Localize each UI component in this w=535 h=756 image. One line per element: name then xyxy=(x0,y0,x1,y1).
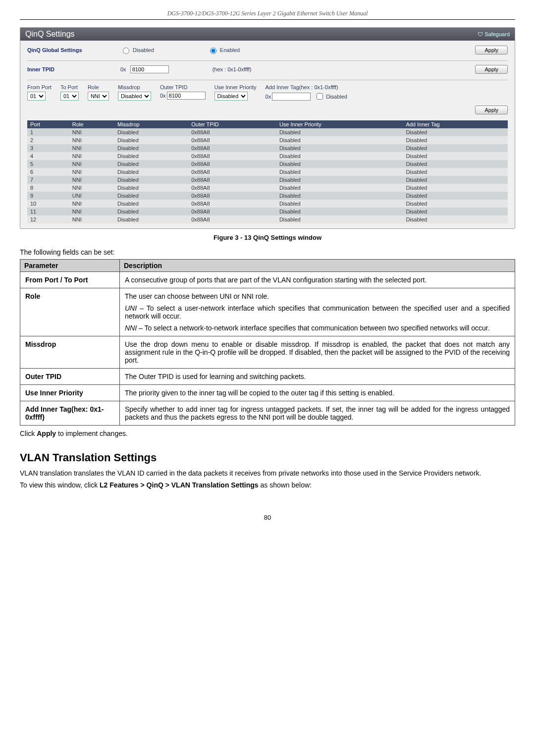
table-row: 5NNIDisabled0x88A8DisabledDisabled xyxy=(27,160,508,168)
table-cell: 0x88A8 xyxy=(188,152,276,160)
global-settings-row: QinQ Global Settings Disabled Enabled Ap… xyxy=(27,46,508,54)
table-cell: 0x88A8 xyxy=(188,136,276,144)
to-port-select[interactable]: 01 xyxy=(60,92,79,101)
k-miss: Missdrop xyxy=(20,336,120,369)
table-cell: Disabled xyxy=(403,176,508,184)
role-nni-key: NNI xyxy=(125,324,137,332)
k-use: Use Inner Priority xyxy=(20,385,120,401)
add-inner-checkbox[interactable] xyxy=(317,93,323,100)
th-parameter: Parameter xyxy=(20,260,120,272)
table-row: 11NNIDisabled0x88A8DisabledDisabled xyxy=(27,208,508,216)
doc-header: DGS-3700-12/DGS-3700-12G Series Layer 2 … xyxy=(20,10,515,17)
inner-tpid-prefix: 0x xyxy=(120,66,126,72)
role-select[interactable]: NNI xyxy=(88,92,109,101)
role-line1: The user can choose between UNI or NNI r… xyxy=(125,292,510,300)
table-cell: Disabled xyxy=(276,160,403,168)
k-role: Role xyxy=(20,288,120,336)
to-port-label: To Port xyxy=(60,84,79,90)
th-description: Description xyxy=(120,260,515,272)
table-cell: Disabled xyxy=(403,128,508,136)
safeguard-label: Safeguard xyxy=(484,31,510,37)
table-cell: 1 xyxy=(27,128,69,136)
use-inner-select[interactable]: Disabled xyxy=(214,92,248,101)
table-cell: 0x88A8 xyxy=(188,128,276,136)
global-settings-label: QinQ Global Settings xyxy=(27,47,87,53)
add-inner-input[interactable] xyxy=(272,93,311,101)
table-cell: Disabled xyxy=(276,176,403,184)
radio-disabled[interactable] xyxy=(123,48,129,54)
table-row: 4NNIDisabled0x88A8DisabledDisabled xyxy=(27,152,508,160)
inner-tpid-input[interactable] xyxy=(130,65,169,73)
v-outer: The Outer TPID is used for learning and … xyxy=(120,369,515,385)
role-uni: UNI – To select a user-network interface… xyxy=(125,304,510,320)
table-cell: Disabled xyxy=(114,144,188,152)
table-cell: NNI xyxy=(69,176,114,184)
row-fromto: From Port / To Port A consecutive group … xyxy=(20,272,515,288)
table-cell: 0x88A8 xyxy=(188,216,276,223)
table-cell: 0x88A8 xyxy=(188,160,276,168)
table-cell: 0x88A8 xyxy=(188,176,276,184)
table-cell: Disabled xyxy=(114,200,188,208)
table-cell: NNI xyxy=(69,184,114,192)
table-row: 2NNIDisabled0x88A8DisabledDisabled xyxy=(27,136,508,144)
v-add: Specify whether to add inner tag for ing… xyxy=(120,401,515,426)
table-cell: Disabled xyxy=(114,192,188,200)
table-cell: Disabled xyxy=(276,200,403,208)
table-cell: 0x88A8 xyxy=(188,184,276,192)
separator-1 xyxy=(27,60,508,61)
role-nni: NNI – To select a network-to-network int… xyxy=(125,324,510,332)
port-config-row: From Port 01 To Port 01 Role NNI Missdro… xyxy=(27,84,508,114)
add-inner-disabled-check[interactable]: Disabled xyxy=(315,92,347,101)
table-cell: Disabled xyxy=(114,128,188,136)
role-uni-key: UNI xyxy=(125,304,137,312)
table-cell: Disabled xyxy=(276,192,403,200)
table-cell: Disabled xyxy=(276,208,403,216)
from-port-select[interactable]: 01 xyxy=(27,92,46,101)
missdrop-select[interactable]: Disabled xyxy=(118,92,151,101)
from-port-col: From Port 01 xyxy=(27,84,52,101)
table-cell: 0x88A8 xyxy=(188,144,276,152)
table-cell: NNI xyxy=(69,160,114,168)
click-apply-bold: Apply xyxy=(37,430,56,437)
apply-port-config-button[interactable]: Apply xyxy=(475,106,508,114)
table-cell: 0x88A8 xyxy=(188,192,276,200)
section-p2-pre: To view this window, click xyxy=(20,481,100,489)
to-port-col: To Port 01 xyxy=(60,84,79,101)
ports-table: Port Role Missdrop Outer TPID Use Inner … xyxy=(27,120,508,223)
global-enabled-radio[interactable]: Enabled xyxy=(208,46,240,54)
table-row: 7NNIDisabled0x88A8DisabledDisabled xyxy=(27,176,508,184)
table-cell: NNI xyxy=(69,168,114,176)
radio-enabled[interactable] xyxy=(210,48,216,54)
panel-body: QinQ Global Settings Disabled Enabled Ap… xyxy=(20,41,515,228)
table-cell: NNI xyxy=(69,208,114,216)
table-cell: 2 xyxy=(27,136,69,144)
apply-tpid-button[interactable]: Apply xyxy=(475,65,508,74)
th-add: Add Inner Tag xyxy=(403,120,508,128)
click-apply-post: to implement changes. xyxy=(56,430,128,437)
section-heading: VLAN Translation Settings xyxy=(20,451,515,464)
table-row: 12NNIDisabled0x88A8DisabledDisabled xyxy=(27,216,508,223)
row-miss: Missdrop Use the drop down menu to enabl… xyxy=(20,336,515,369)
table-cell: 10 xyxy=(27,200,69,208)
use-inner-col: Use Inner Priority Disabled xyxy=(214,84,257,101)
table-cell: NNI xyxy=(69,128,114,136)
role-nni-val: – To select a network-to-network interfa… xyxy=(137,324,490,332)
global-disabled-radio[interactable]: Disabled xyxy=(120,46,154,54)
table-cell: Disabled xyxy=(403,144,508,152)
table-cell: Disabled xyxy=(114,208,188,216)
table-cell: Disabled xyxy=(403,200,508,208)
table-row: 10NNIDisabled0x88A8DisabledDisabled xyxy=(27,200,508,208)
th-use: Use Inner Priority xyxy=(276,120,403,128)
table-cell: Disabled xyxy=(276,152,403,160)
v-role: The user can choose between UNI or NNI r… xyxy=(120,288,515,336)
outer-tpid-input[interactable] xyxy=(167,92,206,100)
table-cell: 0x88A8 xyxy=(188,208,276,216)
section-p1: VLAN translation translates the VLAN ID … xyxy=(20,469,515,477)
th-outer: Outer TPID xyxy=(188,120,276,128)
table-cell: Disabled xyxy=(403,136,508,144)
apply-global-button[interactable]: Apply xyxy=(475,46,508,54)
table-cell: 5 xyxy=(27,160,69,168)
role-uni-val: – To select a user-network interface whi… xyxy=(125,304,510,320)
outer-tpid-prefix: 0x xyxy=(160,93,166,99)
table-cell: Disabled xyxy=(276,136,403,144)
